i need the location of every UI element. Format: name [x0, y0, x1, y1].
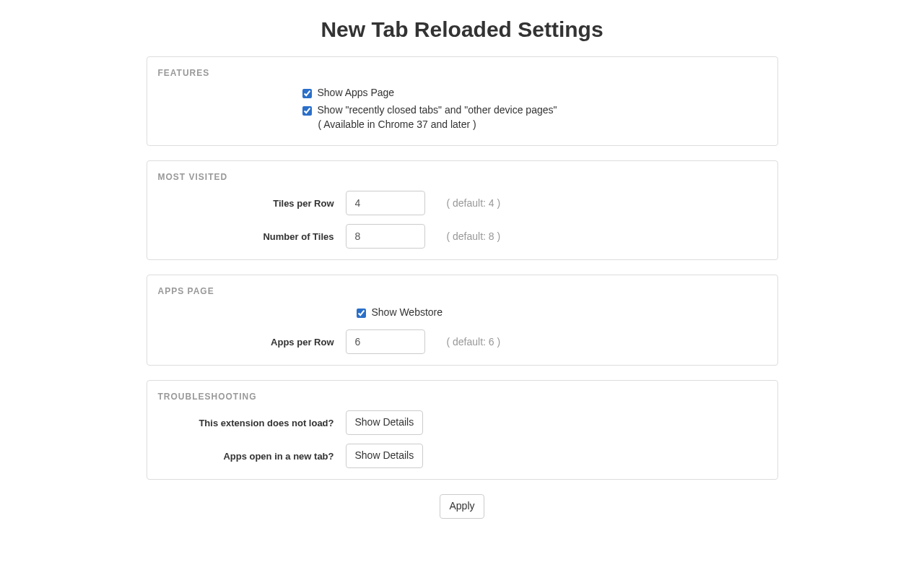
apps-page-heading: APPS PAGE [158, 286, 767, 296]
label-apps-per-row: Apps per Row [158, 337, 346, 348]
hint-num-tiles: ( default: 8 ) [447, 230, 501, 242]
page-title: New Tab Reloaded Settings [147, 17, 778, 42]
panel-troubleshooting: TROUBLESHOOTING This extension does not … [147, 380, 778, 480]
input-num-tiles[interactable] [346, 224, 425, 249]
checkbox-show-apps-page[interactable] [302, 89, 312, 98]
features-heading: FEATURES [158, 68, 767, 78]
settings-container: New Tab Reloaded Settings FEATURES Show … [147, 0, 778, 519]
label-tiles-per-row: Tiles per Row [158, 198, 346, 209]
input-tiles-per-row[interactable] [346, 191, 425, 215]
panel-apps-page: APPS PAGE Show Webstore Apps per Row ( d… [147, 275, 778, 366]
label-show-recent: Show "recently closed tabs" and "other d… [318, 104, 557, 116]
label-show-apps-page: Show Apps Page [318, 87, 395, 98]
button-new-tab-details[interactable]: Show Details [346, 444, 424, 468]
label-not-load: This extension does not load? [158, 418, 346, 428]
label-show-webstore: Show Webstore [372, 306, 443, 318]
label-new-tab: Apps open in a new tab? [158, 451, 346, 462]
checkbox-show-webstore[interactable] [357, 309, 366, 318]
input-apps-per-row[interactable] [346, 329, 425, 354]
button-not-load-details[interactable]: Show Details [346, 410, 424, 435]
hint-apps-per-row: ( default: 6 ) [447, 336, 501, 348]
checkbox-show-recent[interactable] [302, 106, 312, 116]
hint-tiles-per-row: ( default: 4 ) [447, 197, 501, 209]
panel-most-visited: MOST VISITED Tiles per Row ( default: 4 … [147, 160, 778, 260]
sublabel-show-recent: ( Available in Chrome 37 and later ) [318, 118, 767, 130]
most-visited-heading: MOST VISITED [158, 172, 767, 182]
label-num-tiles: Number of Tiles [158, 231, 346, 242]
troubleshooting-heading: TROUBLESHOOTING [158, 392, 767, 402]
apply-button[interactable]: Apply [440, 494, 484, 519]
panel-features: FEATURES Show Apps Page Show "recently c… [147, 56, 778, 146]
